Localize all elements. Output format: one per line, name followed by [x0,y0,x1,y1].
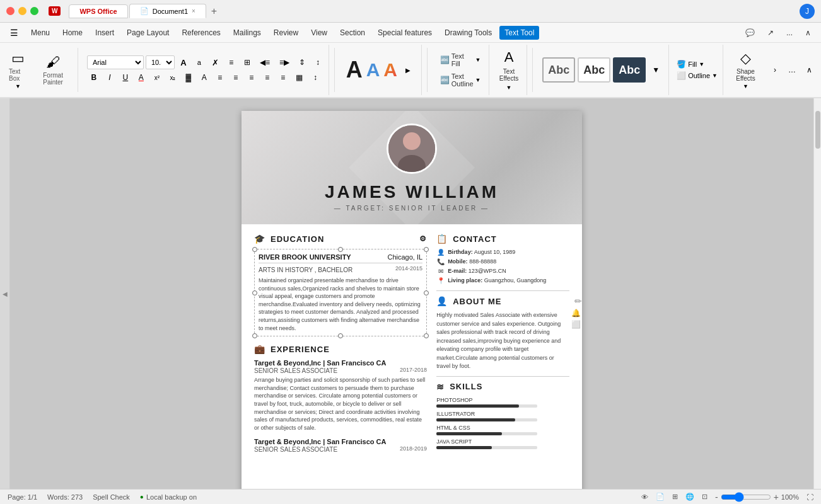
menu-icon-share[interactable]: ↗ [762,26,779,40]
education-entry[interactable]: RIVER BROOK UNIVERSITY Chicago, IL ARTS … [254,249,427,336]
fill-button[interactable]: 🪣 Fill ▼ [677,60,718,69]
outline-icon: ⬜ [677,71,686,80]
align-right-btn[interactable]: ≡ [245,71,259,84]
app-tab-wps[interactable]: WPS Office [69,4,127,18]
about-text: Highly motivated Sales Associate with ex… [436,311,569,371]
collapse-ribbon-btn[interactable]: ∧ [800,26,816,40]
style-box-2[interactable]: Abc [578,57,610,83]
menu-insert[interactable]: Insert [90,26,119,40]
align-center-btn[interactable]: ≡ [229,71,243,84]
menu-section[interactable]: Section [335,26,370,40]
fill-arrow: ▼ [699,61,704,67]
divider-2 [436,376,569,377]
clear-format-btn[interactable]: ✗ [208,55,223,69]
collapse-toolbar-btn[interactable]: ∧ [802,63,816,77]
text-fill-button[interactable]: 🔤 Text Fill ▼ [438,51,484,69]
scrollbar-thumb[interactable] [815,111,820,149]
vertical-scrollbar[interactable] [813,98,821,489]
more-styles-btn[interactable]: ▼ [648,63,663,77]
more-toolbar-btn[interactable]: … [784,63,800,77]
document-tab[interactable]: 📄 Document1 × [129,4,206,18]
indent-more-btn[interactable]: ≡▶ [276,55,293,69]
text-effects-label[interactable]: Text Effects [497,68,521,82]
font-size-down-btn[interactable]: a [192,55,206,69]
menu-review[interactable]: Review [269,26,303,40]
underline-btn[interactable]: U [119,71,132,84]
menu-menu[interactable]: Menu [26,26,55,40]
exp2-years: 2018-2019 [400,445,427,454]
distribute-btn[interactable]: ≡ [276,71,290,84]
shrink-text-btn[interactable]: ⇕ [295,55,309,69]
font-color-btn[interactable]: A [134,71,148,84]
view-icon-page[interactable]: 📄 [656,493,665,501]
skill-illustrator: ILLUSTRATOR [436,411,569,421]
font-size-up-btn[interactable]: A [177,55,190,69]
spell-check[interactable]: Spell Check [93,493,130,501]
handle-tr [424,247,429,252]
menu-more[interactable]: ... [781,26,798,40]
superscript-btn[interactable]: x² [150,71,164,84]
shape-effects-label[interactable]: Shape Effects [731,68,760,82]
skill-photoshop: PHOTOSHOP [436,397,569,408]
zoom-in-btn[interactable]: + [774,492,779,502]
outline-button[interactable]: ⬜ Outline ▼ [677,71,718,80]
highlight-btn[interactable]: ▓ [182,71,195,84]
justify-btn[interactable]: ≡ [260,71,274,84]
text-outline-icon: 🔤 [440,76,450,84]
left-sidebar-toggle[interactable]: ◀ [0,98,10,489]
format-painter-button[interactable]: 🖌 Format Painter [33,52,73,88]
handle-tc [338,247,343,252]
resume-right-column: 📋 CONTACT 👤 Birthday: August 10, 1989 📞 … [436,234,569,460]
status-right-area: 👁 📄 ⊞ 🌐 ⊡ - + 100% ⛶ [641,492,813,502]
bold-btn[interactable]: B [87,71,101,84]
view-icon-expand[interactable]: ⊡ [702,493,707,501]
view-icon-grid[interactable]: ⊞ [672,493,678,501]
close-button[interactable] [6,7,15,15]
menu-mailings[interactable]: Mailings [228,26,266,40]
menu-view[interactable]: View [306,26,332,40]
menu-special-features[interactable]: Special features [373,26,437,40]
scroll-right-btn[interactable]: › [768,63,782,77]
col-layout-btn[interactable]: ▦ [292,71,306,84]
doc-tab-label: Document1 [153,8,188,15]
italic-btn[interactable]: I [103,71,117,84]
text-style-grad-a[interactable]: A [383,60,397,79]
numbering-btn[interactable]: ⊞ [240,55,254,69]
menu-references[interactable]: References [177,26,225,40]
menu-page-layout[interactable]: Page Layout [122,26,174,40]
view-icon-eye[interactable]: 👁 [641,493,648,501]
menu-icon-comment[interactable]: 💬 [740,26,760,40]
backup-indicator: ● [140,493,144,500]
doc-tab-close[interactable]: × [192,8,195,14]
align-left-btn[interactable]: ≡ [213,71,227,84]
subscript-btn[interactable]: x₂ [166,71,180,84]
zoom-out-btn[interactable]: - [715,492,718,502]
maximize-button[interactable] [30,7,38,15]
indent-less-btn[interactable]: ◀≡ [256,55,274,69]
user-avatar: J [800,4,815,19]
text-style-large-a[interactable]: A [346,59,363,81]
font-size-select[interactable]: 10.5 [146,55,175,69]
fullscreen-btn[interactable]: ⛶ [806,493,813,501]
text-styles-more-btn[interactable]: ▶ [401,63,415,77]
zoom-slider[interactable] [721,492,771,502]
line-spacing-btn[interactable]: ↕ [308,71,322,84]
menu-home[interactable]: Home [57,26,88,40]
style-box-3[interactable]: Abc [613,57,646,83]
hamburger-icon[interactable]: ☰ [5,25,23,40]
font-family-select[interactable]: Arial [87,55,144,69]
bullets-btn[interactable]: ≡ [224,55,238,69]
textbox-button[interactable]: ▭ Text Box ▼ [5,48,31,92]
new-tab-button[interactable]: + [207,4,221,18]
menu-text-tool[interactable]: Text Tool [499,26,539,40]
text-color-btn[interactable]: A [197,71,211,84]
canvas-area: JAMES WILLIAM — TARGET: SENIOR IT LEADER… [10,98,813,489]
text-outline-button[interactable]: 🔤 Text Outline ▼ [438,71,484,89]
style-box-1[interactable]: Abc [542,57,575,83]
view-icon-globe[interactable]: 🌐 [685,493,694,501]
line-spacing-top-btn[interactable]: ↕ [311,55,325,69]
text-style-blue-a[interactable]: A [366,60,380,79]
resume-photo [387,123,437,174]
menu-drawing-tools[interactable]: Drawing Tools [440,26,497,40]
minimize-button[interactable] [18,7,26,15]
